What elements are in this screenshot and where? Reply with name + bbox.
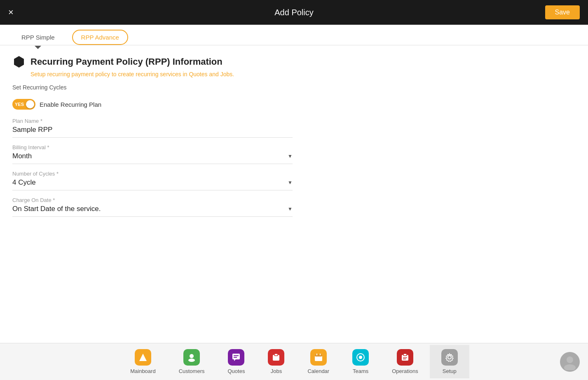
number-of-cycles-label: Number of Cycles * [12,171,576,177]
jobs-label: Jobs [271,368,282,374]
plan-name-field: Plan Name * Sample RPP [12,118,576,138]
svg-rect-4 [232,354,240,359]
plan-name-label: Plan Name * [12,118,576,124]
section-subtitle: Setup recurring payment policy to create… [30,71,576,77]
svg-marker-1 [139,354,147,361]
svg-point-21 [567,357,573,363]
nav-item-setup[interactable]: Setup [430,345,469,378]
svg-point-2 [190,354,194,358]
charge-on-date-field: Charge On Date * On Start Date of the se… [12,197,576,217]
charge-on-date-select[interactable]: On Start Date of the service. ▼ [12,205,293,217]
number-of-cycles-field: Number of Cycles * 4 Cycle ▼ [12,171,576,190]
customers-label: Customers [179,368,205,374]
svg-point-20 [448,356,451,359]
charge-on-date-value: On Start Date of the service. [12,205,101,213]
toggle-knob [26,100,34,108]
billing-interval-arrow: ▼ [288,153,293,159]
svg-marker-5 [234,359,236,361]
svg-marker-0 [14,56,24,68]
svg-rect-17 [403,354,407,356]
section-title: Recurring Payment Policy (RPP) Informati… [30,56,223,67]
main-content: Recurring Payment Policy (RPP) Informati… [0,45,588,345]
charge-on-date-arrow: ▼ [288,206,293,212]
close-button[interactable]: × [8,8,14,17]
charge-on-date-label: Charge On Date * [12,197,576,203]
section-header: Recurring Payment Policy (RPP) Informati… [12,55,576,68]
nav-item-quotes[interactable]: Quotes [216,345,257,378]
calendar-label: Calendar [307,368,329,374]
number-of-cycles-select[interactable]: 4 Cycle ▼ [12,178,293,190]
svg-point-22 [564,364,576,370]
save-button[interactable]: Save [545,5,580,19]
billing-interval-select[interactable]: Month ▼ [12,152,293,164]
nav-item-calendar[interactable]: Calendar [296,345,341,378]
number-of-cycles-value: 4 Cycle [12,178,36,187]
set-recurring-label: Set Recurring Cycles [12,84,576,91]
nav-item-customers[interactable]: Customers [167,345,216,378]
svg-point-15 [359,356,362,359]
nav-item-operations[interactable]: Operations [380,345,430,378]
tab-rpp-advance[interactable]: RPP Advance [72,30,128,45]
plan-name-value[interactable]: Sample RPP [12,126,293,138]
nav-item-teams[interactable]: Teams [341,345,380,378]
enable-recurring-toggle[interactable]: YES [12,99,35,110]
svg-rect-11 [315,354,322,357]
toggle-yes-label: YES [15,102,24,107]
billing-interval-field: Billing Interval * Month ▼ [12,144,576,164]
nav-item-mainboard[interactable]: Mainboard [119,345,167,378]
avatar[interactable] [560,352,580,372]
mainboard-icon [135,349,151,366]
setup-label: Setup [443,368,457,374]
jobs-icon [268,349,284,366]
quotes-label: Quotes [228,368,245,374]
rpp-icon [12,55,26,68]
svg-rect-9 [274,354,278,356]
billing-interval-label: Billing Interval * [12,144,576,150]
operations-icon [397,349,413,366]
svg-point-3 [188,359,195,362]
quotes-icon [228,349,244,366]
nav-item-jobs[interactable]: Jobs [256,345,296,378]
bottom-nav: Mainboard Customers Quotes Jobs Calendar… [0,343,588,380]
teams-label: Teams [353,368,368,374]
toggle-description: Enable Recurring Plan [40,101,101,108]
setup-icon [441,349,458,366]
customers-icon [183,349,200,366]
header: × Add Policy Save [0,0,588,25]
mainboard-label: Mainboard [130,368,155,374]
tab-rpp-simple[interactable]: RPP Simple [12,30,64,45]
tabs-container: RPP Simple RPP Advance [0,25,588,45]
billing-interval-value: Month [12,152,32,160]
teams-icon [352,349,369,366]
operations-label: Operations [392,368,418,374]
page-title: Add Policy [274,8,314,17]
calendar-icon [310,349,327,366]
number-of-cycles-arrow: ▼ [288,180,293,185]
toggle-row: YES Enable Recurring Plan [12,99,576,110]
